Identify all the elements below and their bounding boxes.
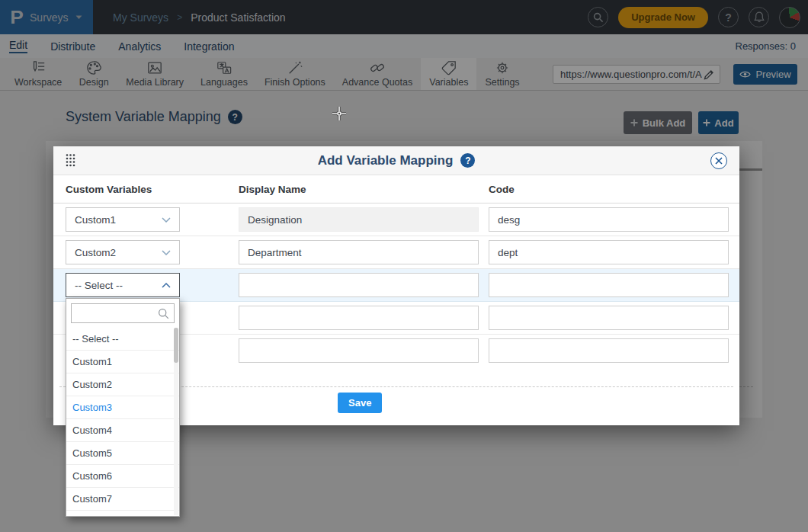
custom-variable-select-1[interactable]: Custom1 [66, 207, 180, 232]
code-input-3[interactable] [489, 273, 729, 297]
code-input-5[interactable] [489, 338, 729, 363]
mapping-row-1: Custom1 [53, 204, 739, 236]
dropdown-option-custom5[interactable]: Custom5 [66, 442, 179, 465]
dropdown-option-custom7[interactable]: Custom7 [66, 488, 179, 511]
dropdown-partial-row [66, 511, 179, 517]
dropdown-option-custom2[interactable]: Custom2 [66, 373, 179, 396]
custom-variable-select-3[interactable]: -- Select -- [66, 273, 180, 297]
display-name-input-2[interactable] [239, 240, 479, 264]
close-icon[interactable] [710, 152, 727, 169]
modal-help-icon[interactable]: ? [460, 153, 475, 168]
mapping-row-2: Custom2 [53, 236, 739, 269]
modal-header: Add Variable Mapping ? [53, 146, 739, 175]
column-header-display-name: Display Name [239, 184, 306, 195]
dropdown-option-select[interactable]: -- Select -- [66, 328, 179, 351]
column-headers: Custom Variables Display Name Code [53, 175, 739, 204]
dropdown-option-custom6[interactable]: Custom6 [66, 465, 179, 488]
custom-variable-select-2[interactable]: Custom2 [66, 240, 180, 264]
drag-handle-icon[interactable] [66, 153, 75, 171]
display-name-input-4[interactable] [239, 306, 479, 330]
dropdown-option-custom4[interactable]: Custom4 [66, 419, 179, 442]
display-name-input-1[interactable] [239, 207, 479, 232]
code-input-4[interactable] [489, 306, 729, 330]
mapping-row-3: -- Select -- [53, 269, 739, 302]
dropdown-option-custom3[interactable]: Custom3 [66, 396, 179, 419]
display-name-input-3[interactable] [239, 273, 479, 297]
modal-title: Add Variable Mapping [318, 153, 454, 168]
display-name-input-5[interactable] [239, 338, 479, 363]
dropdown-option-custom1[interactable]: Custom1 [66, 351, 179, 373]
chevron-down-icon [162, 250, 171, 255]
code-input-2[interactable] [489, 240, 729, 264]
code-input-1[interactable] [489, 207, 729, 232]
scrollbar-thumb[interactable] [174, 328, 178, 363]
custom-variable-dropdown: -- Select -- Custom1 Custom2 Custom3 Cus… [66, 298, 180, 517]
selected-value: Custom2 [75, 247, 116, 258]
dropdown-search-wrap [66, 299, 179, 328]
questionpro-app: P Surveys My Surveys > Product Satisfact… [0, 0, 808, 532]
chevron-down-icon [162, 217, 171, 223]
magnifier-icon [158, 308, 169, 319]
selected-value: -- Select -- [75, 280, 123, 291]
column-header-code: Code [489, 184, 515, 195]
chevron-up-icon [162, 283, 171, 288]
column-header-custom-variables: Custom Variables [66, 184, 152, 195]
save-button[interactable]: Save [338, 393, 382, 413]
dropdown-scrollbar[interactable] [174, 328, 178, 515]
selected-value: Custom1 [75, 214, 116, 226]
